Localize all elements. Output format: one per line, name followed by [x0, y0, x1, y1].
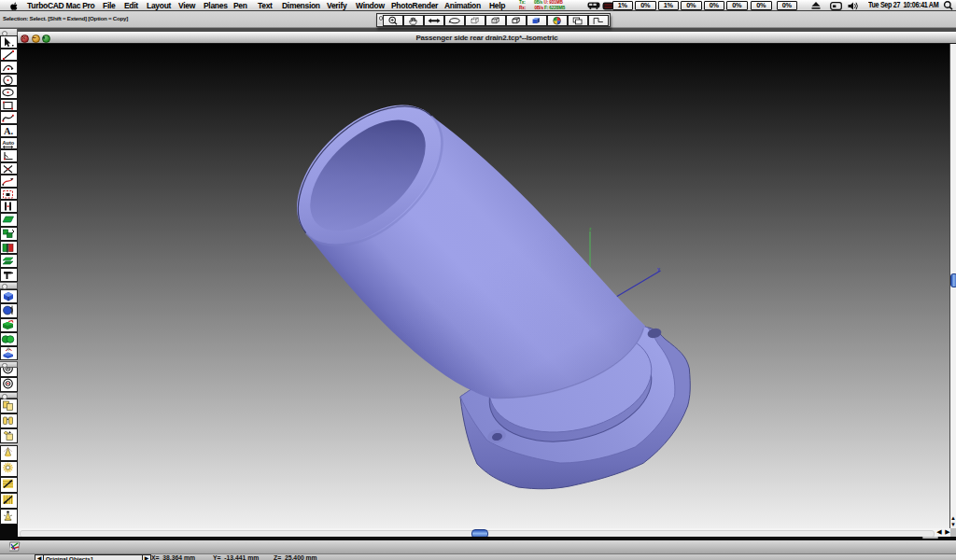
svg-text:z: z	[589, 226, 592, 231]
svg-text:Auto: Auto	[3, 140, 15, 146]
svg-text:A.: A.	[4, 126, 14, 136]
